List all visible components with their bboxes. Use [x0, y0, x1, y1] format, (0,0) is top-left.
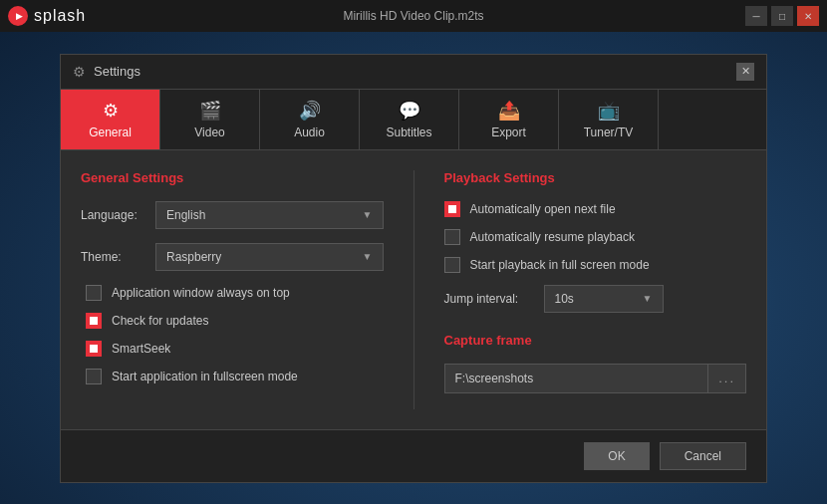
- subtitles-tab-icon: 💬: [399, 100, 420, 122]
- language-row: Language: English ▼: [81, 201, 384, 229]
- tab-video[interactable]: 🎬 Video: [160, 90, 260, 149]
- smart-seek-row[interactable]: SmartSeek: [81, 341, 384, 357]
- resume-playback-row[interactable]: Automatically resume playback: [444, 229, 747, 245]
- main-area: ⚙ Settings ✕ ⚙ General 🎬 Video 🔊 Audio 💬…: [0, 32, 827, 504]
- theme-row: Theme: Raspberry ▼: [81, 243, 384, 271]
- general-tab-icon: ⚙: [103, 100, 119, 122]
- theme-label: Theme:: [81, 250, 145, 264]
- title-bar-left: splash: [8, 6, 86, 26]
- cancel-button[interactable]: Cancel: [660, 442, 746, 470]
- tab-audio[interactable]: 🔊 Audio: [260, 90, 360, 149]
- audio-tab-label: Audio: [294, 126, 325, 139]
- capture-section-title: Capture frame: [444, 333, 747, 348]
- jump-dropdown-arrow: ▼: [643, 293, 653, 304]
- settings-dialog: ⚙ Settings ✕ ⚙ General 🎬 Video 🔊 Audio 💬…: [60, 54, 767, 483]
- tab-tuner[interactable]: 📺 Tuner/TV: [559, 90, 659, 149]
- dialog-title: Settings: [94, 64, 140, 79]
- start-fullscreen-label: Start application in fullscreen mode: [112, 370, 298, 383]
- window-controls: ─ □ ✕: [745, 6, 819, 26]
- theme-dropdown-arrow: ▼: [363, 251, 373, 262]
- jump-interval-value: 10s: [555, 292, 574, 306]
- language-select[interactable]: English ▼: [155, 201, 384, 229]
- splash-icon: [8, 6, 28, 26]
- language-label: Language:: [81, 208, 145, 222]
- playback-section-title: Playback Settings: [444, 170, 747, 185]
- always-on-top-checkbox[interactable]: [86, 285, 102, 301]
- smart-seek-label: SmartSeek: [112, 342, 170, 356]
- general-tab-label: General: [89, 126, 132, 139]
- check-updates-row[interactable]: Check for updates: [81, 313, 384, 329]
- start-fullscreen-row[interactable]: Start application in fullscreen mode: [81, 369, 384, 384]
- check-updates-checkbox[interactable]: [86, 313, 102, 329]
- always-on-top-label: Application window always on top: [112, 286, 290, 300]
- fullscreen-start-checkbox[interactable]: [444, 257, 460, 273]
- audio-tab-icon: 🔊: [299, 100, 321, 122]
- dialog-close-button[interactable]: ✕: [736, 63, 754, 81]
- minimize-button[interactable]: ─: [745, 6, 767, 26]
- general-section-title: General Settings: [81, 170, 384, 185]
- title-bar: splash Mirillis HD Video Clip.m2ts ─ □ ✕: [0, 0, 827, 32]
- theme-value: Raspberry: [166, 250, 221, 264]
- tuner-tab-icon: 📺: [598, 100, 620, 122]
- jump-interval-label: Jump interval:: [444, 292, 534, 306]
- dialog-title-left: ⚙ Settings: [73, 64, 140, 80]
- resume-playback-label: Automatically resume playback: [470, 230, 635, 244]
- jump-interval-row: Jump interval: 10s ▼: [444, 285, 747, 313]
- maximize-button[interactable]: □: [771, 6, 793, 26]
- capture-path: F:\screenshots: [445, 372, 708, 385]
- capture-section: Capture frame F:\screenshots ...: [444, 333, 747, 393]
- open-next-row[interactable]: Automatically open next file: [444, 201, 747, 217]
- capture-path-row: F:\screenshots ...: [444, 364, 747, 393]
- close-button[interactable]: ✕: [797, 6, 819, 26]
- content-area: General Settings Language: English ▼ The…: [61, 150, 766, 429]
- open-next-label: Automatically open next file: [470, 202, 616, 216]
- video-tab-label: Video: [194, 126, 224, 139]
- fullscreen-start-label: Start playback in full screen mode: [470, 258, 650, 272]
- export-tab-icon: 📤: [498, 100, 520, 122]
- theme-select[interactable]: Raspberry ▼: [155, 243, 384, 271]
- fullscreen-start-row[interactable]: Start playback in full screen mode: [444, 257, 747, 273]
- ok-button[interactable]: OK: [584, 442, 649, 470]
- dialog-footer: OK Cancel: [61, 429, 766, 482]
- check-updates-label: Check for updates: [112, 314, 208, 328]
- jump-interval-select[interactable]: 10s ▼: [544, 285, 664, 313]
- always-on-top-row[interactable]: Application window always on top: [81, 285, 384, 301]
- language-dropdown-arrow: ▼: [363, 209, 373, 220]
- right-panel: Playback Settings Automatically open nex…: [414, 170, 747, 409]
- splash-logo: splash: [8, 6, 86, 26]
- subtitles-tab-label: Subtitles: [386, 126, 431, 139]
- tuner-tab-label: Tuner/TV: [584, 126, 634, 139]
- browse-button[interactable]: ...: [707, 365, 745, 392]
- app-name: splash: [34, 7, 86, 25]
- file-title: Mirillis HD Video Clip.m2ts: [343, 9, 483, 23]
- tab-subtitles[interactable]: 💬 Subtitles: [360, 90, 459, 149]
- resume-playback-checkbox[interactable]: [444, 229, 460, 245]
- smart-seek-checkbox[interactable]: [86, 341, 102, 357]
- tabs-bar: ⚙ General 🎬 Video 🔊 Audio 💬 Subtitles 📤 …: [61, 90, 766, 150]
- open-next-checkbox[interactable]: [444, 201, 460, 217]
- tab-general[interactable]: ⚙ General: [61, 90, 160, 149]
- left-panel: General Settings Language: English ▼ The…: [81, 170, 384, 409]
- export-tab-label: Export: [491, 126, 526, 139]
- video-tab-icon: 🎬: [199, 100, 221, 122]
- language-value: English: [166, 208, 205, 222]
- dialog-title-bar: ⚙ Settings ✕: [61, 55, 766, 90]
- start-fullscreen-checkbox[interactable]: [86, 369, 102, 384]
- tab-export[interactable]: 📤 Export: [459, 90, 559, 149]
- settings-icon: ⚙: [73, 64, 86, 80]
